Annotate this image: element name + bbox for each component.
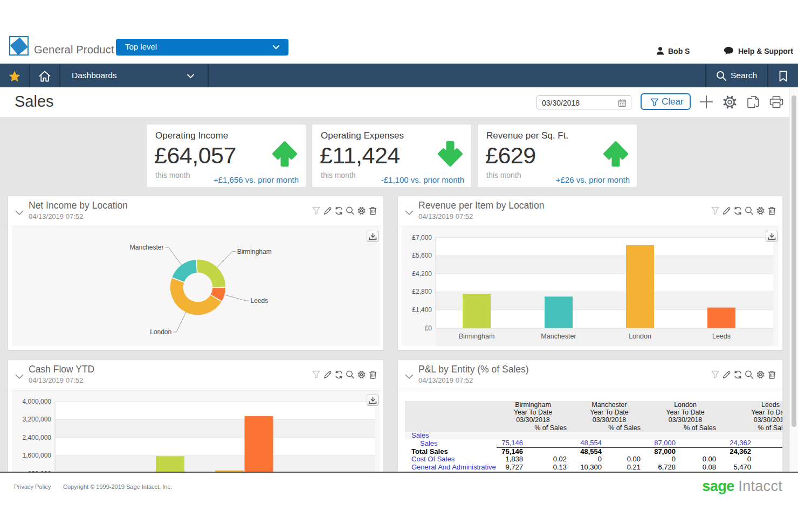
settings-gear-icon[interactable] [357,370,366,379]
duplicate-dashboard-button[interactable] [747,95,760,109]
top-bar: General Product Top level Bob S Help & S… [0,0,798,64]
pnl-account-link[interactable]: Sales [411,431,429,439]
pnl-header-cell: 03/30/2018 [719,416,783,424]
pnl-value-cell: 0 [643,455,678,464]
settings-gear-icon[interactable] [756,206,765,216]
zoom-magnifier-icon[interactable] [745,370,754,379]
settings-gear-button[interactable] [723,95,737,109]
pnl-pct-cell [754,464,783,472]
bar-london[interactable] [626,245,654,328]
pnl-value-link[interactable]: 87,000 [654,439,676,447]
clear-filter-button[interactable]: Clear [641,93,691,110]
pnl-header-cell: 03/30/2018 [643,416,719,424]
delete-trash-icon[interactable] [368,370,377,379]
clear-filter-label: Clear [662,96,684,107]
settings-gear-icon[interactable] [756,370,765,379]
filter-funnel-icon[interactable] [711,370,720,379]
print-button[interactable] [769,95,783,109]
entity-selector-button[interactable]: Top level [116,39,288,56]
refresh-icon[interactable] [733,206,742,216]
zoom-magnifier-icon[interactable] [346,206,355,216]
pnl-value-cell: 24,362 [719,447,754,455]
add-component-button[interactable] [699,95,713,109]
pnl-header-cell [569,424,604,432]
delete-trash-icon[interactable] [368,206,377,216]
pnl-value-cell[interactable]: 24,362 [719,439,754,447]
download-chart-button[interactable] [367,231,379,242]
edit-pencil-icon[interactable] [323,370,332,379]
pnl-value-link[interactable]: 75,146 [501,439,523,447]
panel-cash-flow-ytd: Cash Flow YTD04/13/2019 07:52 4,000,0003… [8,360,384,472]
refresh-icon[interactable] [733,370,742,379]
privacy-policy-link[interactable]: Privacy Policy [14,483,51,490]
date-input[interactable]: 03/30/2018 [536,95,631,109]
bar-manchester[interactable] [545,296,573,328]
bar-leeds[interactable] [707,308,735,328]
dashboards-nav-menu[interactable]: Dashboards [60,64,208,88]
download-icon [369,232,377,241]
delete-trash-icon[interactable] [767,206,776,216]
panel-title: Cash Flow YTD [29,364,94,375]
delete-trash-icon[interactable] [767,370,776,379]
bar-series-2[interactable] [245,416,273,472]
donut-label-line [217,252,235,268]
grid-stripe [436,255,773,274]
donut-slice-manchester[interactable] [171,259,197,282]
page-title: Sales [15,93,54,110]
settings-gear-icon[interactable] [357,206,366,216]
filter-funnel-icon[interactable] [312,370,321,379]
bookmarks-nav-button[interactable] [768,64,798,88]
edit-pencil-icon[interactable] [722,370,731,379]
pnl-value-cell[interactable]: 75,146 [497,439,526,447]
refresh-icon[interactable] [334,370,343,379]
pnl-pct-cell: 0.02 [526,455,569,464]
bar-birmingham[interactable] [463,294,491,328]
pnl-col-header: Leeds [719,401,783,409]
pnl-pct-cell [678,439,719,447]
refresh-icon[interactable] [334,206,343,216]
zoom-magnifier-icon[interactable] [346,370,355,379]
scrollbar-thumb[interactable] [792,95,796,427]
collapse-panel-chevron-icon[interactable] [15,372,24,382]
search-button[interactable]: Search [706,64,767,88]
pnl-account-link[interactable]: General And Administrative [411,463,496,471]
pnl-value-link[interactable]: 24,362 [730,439,751,447]
pnl-header-cell [405,401,497,432]
help-support-label: Help & Support [738,47,793,56]
pnl-value-link[interactable]: 48,554 [580,439,602,447]
vertical-scrollbar[interactable] [789,87,798,472]
zoom-magnifier-icon[interactable] [745,206,754,216]
company-logo-icon[interactable] [9,36,29,56]
download-chart-button[interactable] [367,395,379,406]
page-header: Sales 03/30/2018 Clear [0,87,798,117]
pnl-value-cell[interactable]: 48,554 [569,439,604,447]
pnl-value-cell: 48,554 [569,447,604,455]
pnl-row-label: Sales [405,432,497,440]
pnl-account-link[interactable]: Cost Of Sales [411,455,455,463]
pnl-pct-cell: 0.21 [604,464,643,472]
donut-label: London [150,328,171,336]
filter-funnel-icon[interactable] [711,206,720,216]
collapse-panel-chevron-icon[interactable] [405,208,414,218]
grid-stripe [55,455,375,472]
pnl-account-link[interactable]: Sales [420,439,438,447]
home-icon [38,70,51,82]
collapse-panel-chevron-icon[interactable] [405,372,414,382]
y-axis-tick-label: 3,200,000 [23,416,52,423]
edit-pencil-icon[interactable] [323,206,332,216]
download-chart-button[interactable] [766,231,778,242]
pnl-value-cell[interactable]: 87,000 [643,439,678,447]
home-nav-button[interactable] [30,64,59,88]
collapse-panel-chevron-icon[interactable] [15,208,24,218]
bar-series-0[interactable] [156,456,184,472]
edit-pencil-icon[interactable] [722,206,731,216]
cash-flow-bar-chart: 4,000,0003,200,0002,400,0001,600,000800,… [12,390,381,472]
pnl-pct-cell: 0.13 [526,464,569,472]
calendar-icon[interactable] [618,99,627,107]
favorites-nav-button[interactable] [0,64,29,88]
filter-funnel-icon[interactable] [312,206,321,216]
donut-slice-birmingham[interactable] [196,259,226,288]
y-axis-tick-label: 1,600,000 [23,452,52,459]
pnl-pct-cell [526,439,569,447]
donut-label: Manchester [130,244,164,251]
